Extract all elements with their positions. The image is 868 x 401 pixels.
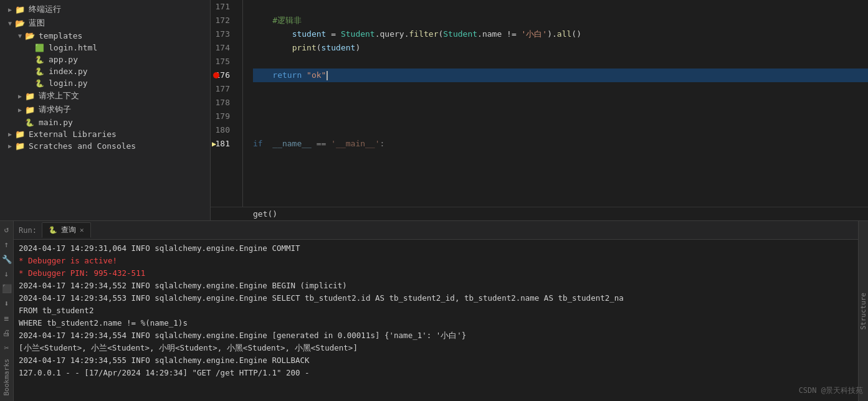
arrow-icon — [5, 20, 15, 27]
restart-button[interactable]: ↺ — [1, 224, 13, 236]
fn-token: all — [557, 27, 571, 41]
sidebar-item-app-py[interactable]: 🐍 app.py — [0, 54, 210, 65]
log-line-6: FROM tb_student2 — [19, 304, 853, 317]
line-num-175: 175 — [211, 55, 235, 68]
sidebar-item-login-html[interactable]: 🟩 login.html — [0, 42, 210, 54]
sidebar-item-label: templates — [39, 31, 82, 40]
code-content[interactable]: #逻辑非 student = Student.query.filter(Stud… — [243, 0, 868, 207]
code-line-176: return "ok" — [253, 68, 868, 82]
log-line-2: * Debugger is active! — [19, 255, 853, 267]
log-line-1: 2024-04-17 14:29:31,064 INFO sqlalchemy.… — [19, 242, 853, 255]
sidebar-item-label: login.py — [49, 78, 88, 88]
op-token: = — [326, 27, 340, 41]
sidebar-item-main-py[interactable]: 🐍 main.py — [0, 116, 210, 128]
arrow-icon — [15, 106, 25, 113]
arrow-icon — [5, 131, 15, 138]
folder-open-icon: 📂 — [15, 19, 26, 28]
line-num-181: ▶ 181 — [211, 137, 235, 151]
log-line-4: 2024-04-17 14:29:34,552 INFO sqlalchemy.… — [19, 280, 853, 292]
space — [263, 137, 273, 151]
sidebar-item-index-py[interactable]: 🐍 index.py — [0, 65, 210, 77]
code-line-173: student = Student.query.filter(Student.n… — [253, 27, 868, 41]
tab-run-icon: 🐍 — [49, 226, 57, 234]
python-file-icon: 🐍 — [35, 79, 46, 88]
run-tab-bar: Run: 🐍 查询 ✕ — [14, 221, 858, 240]
arrow-icon — [5, 143, 15, 149]
line-numbers: 171 172 173 174 175 176 177 178 179 180 … — [211, 0, 243, 207]
structure-label: Structure — [859, 293, 867, 330]
sidebar-item-external-libs[interactable]: 📁 External Libraries — [0, 128, 210, 140]
python-file-icon: 🐍 — [35, 55, 46, 64]
sidebar-item-label: 蓝图 — [29, 17, 45, 29]
log-line-3: * Debugger PIN: 995-432-511 — [19, 267, 853, 280]
sidebar-item-scratches[interactable]: 📁 Scratches and Consoles — [0, 140, 210, 152]
punct-token: .query. — [375, 27, 409, 41]
line-num-174: 174 — [211, 41, 235, 55]
sidebar-item-templates[interactable]: 📂 templates — [0, 30, 210, 42]
indent-token — [253, 27, 292, 41]
list-button[interactable]: ≡ — [1, 312, 13, 324]
kw-token: return — [272, 68, 302, 82]
sidebar-item-terminal-run[interactable]: 📁 终端运行 — [0, 2, 210, 16]
sidebar-item-label: 请求钩子 — [39, 104, 71, 115]
arrow-icon — [5, 6, 15, 13]
folder-open-icon: 📂 — [25, 31, 36, 40]
python-file-icon: 🐍 — [25, 118, 36, 127]
python-file-icon: 🐍 — [35, 67, 46, 76]
code-editor: 171 172 173 174 175 176 177 178 179 180 … — [211, 0, 868, 220]
class-token: Student — [341, 27, 375, 41]
editor-footer: get() — [211, 207, 868, 220]
line-num-173: 173 — [211, 27, 235, 41]
indent-token — [253, 41, 292, 55]
folder-icon: 📁 — [25, 92, 36, 101]
stop-button[interactable]: ⬛ — [1, 283, 13, 295]
code-line-178 — [253, 96, 868, 110]
op-token: == — [312, 137, 331, 151]
punct-token: ). — [547, 27, 557, 41]
log-line-8: 2024-04-17 14:29:34,554 INFO sqlalchemy.… — [19, 329, 853, 342]
breakpoint-indicator — [213, 72, 219, 78]
punct-token: : — [380, 137, 385, 151]
var-token: student — [292, 27, 327, 41]
code-line-171 — [253, 0, 868, 14]
download-button[interactable]: ⬇ — [1, 298, 13, 310]
punct-token: ( — [317, 41, 322, 55]
scroll-up-button[interactable]: ↑ — [1, 238, 13, 251]
punct-token: .name != — [477, 27, 521, 41]
arrow-icon — [15, 32, 25, 39]
settings-button[interactable]: 🔧 — [1, 253, 13, 265]
print-button[interactable]: 🖨 — [1, 327, 13, 339]
run-label: Run: — [19, 226, 37, 235]
scroll-down-button[interactable]: ↓ — [1, 268, 13, 280]
code-line-177 — [253, 82, 868, 96]
console-tab[interactable]: 🐍 查询 ✕ — [42, 222, 91, 238]
line-num-172: 172 — [211, 14, 235, 27]
folder-icon: 📁 — [15, 130, 26, 139]
sidebar-item-label: index.py — [49, 67, 88, 76]
footer-content: get() — [253, 209, 277, 219]
console-output[interactable]: 2024-04-17 14:29:31,064 INFO sqlalchemy.… — [14, 240, 858, 401]
folder-icon: 📁 — [15, 5, 26, 14]
scissors-button[interactable]: ✂ — [1, 342, 13, 354]
sidebar-item-request-context[interactable]: 📁 请求上下文 — [0, 89, 210, 103]
str-token: "ok" — [307, 68, 326, 82]
tab-close-icon[interactable]: ✕ — [80, 226, 84, 234]
punct-token: ( — [438, 27, 443, 41]
line-num-177: 177 — [211, 82, 235, 96]
execution-arrow-icon: ▶ — [212, 137, 216, 151]
log-line-10: 2024-04-17 14:29:34,555 INFO sqlalchemy.… — [19, 354, 853, 367]
line-num-180: 180 — [211, 123, 235, 137]
str-token: '小白' — [522, 27, 548, 41]
watermark: CSDN @景天科技苑 — [799, 385, 863, 396]
bookmarks-label: Bookmarks — [2, 359, 11, 396]
file-tree: 📁 终端运行 📂 蓝图 📂 templates 🟩 login.html 🐍 a… — [0, 0, 211, 220]
code-line-172: #逻辑非 — [253, 14, 868, 27]
sidebar-item-login-py[interactable]: 🐍 login.py — [0, 77, 210, 89]
sidebar-item-request-hook[interactable]: 📁 请求钩子 — [0, 103, 210, 116]
code-line-180 — [253, 123, 868, 137]
punct-token: () — [571, 27, 581, 41]
code-line-174: print(student) — [253, 41, 868, 55]
var-token: student — [322, 41, 356, 55]
log-line-5: 2024-04-17 14:29:34,553 INFO sqlalchemy.… — [19, 292, 853, 304]
sidebar-item-blueprint[interactable]: 📂 蓝图 — [0, 16, 210, 30]
